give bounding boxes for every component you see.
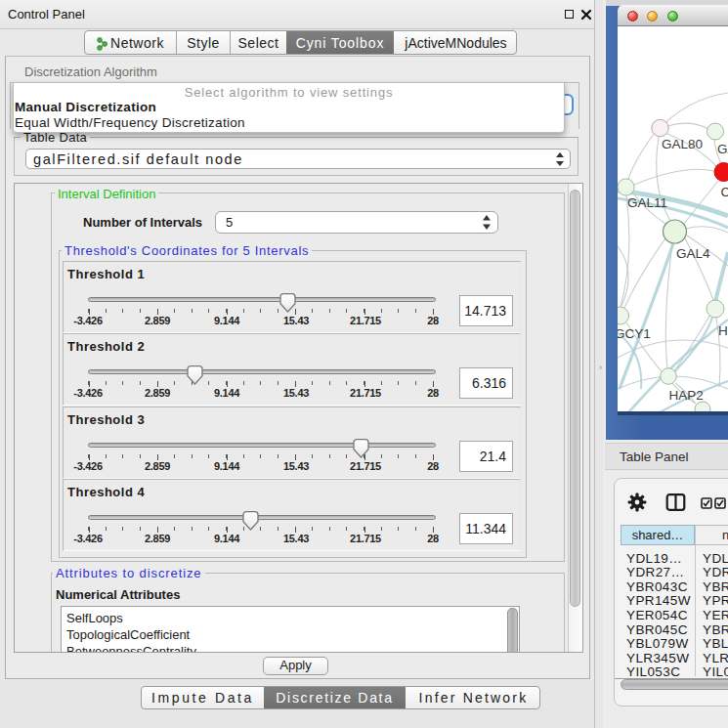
svg-text:GAL11: GAL11 [627, 195, 667, 210]
svg-text:H: H [718, 323, 728, 338]
svg-text:GCY1: GCY1 [618, 326, 651, 341]
svg-text:HAP2: HAP2 [669, 388, 704, 403]
svg-text:C: C [721, 185, 728, 199]
svg-text:GAL4: GAL4 [676, 246, 710, 261]
svg-text:GA: GA [717, 142, 728, 156]
svg-text:GAL80: GAL80 [662, 137, 703, 151]
